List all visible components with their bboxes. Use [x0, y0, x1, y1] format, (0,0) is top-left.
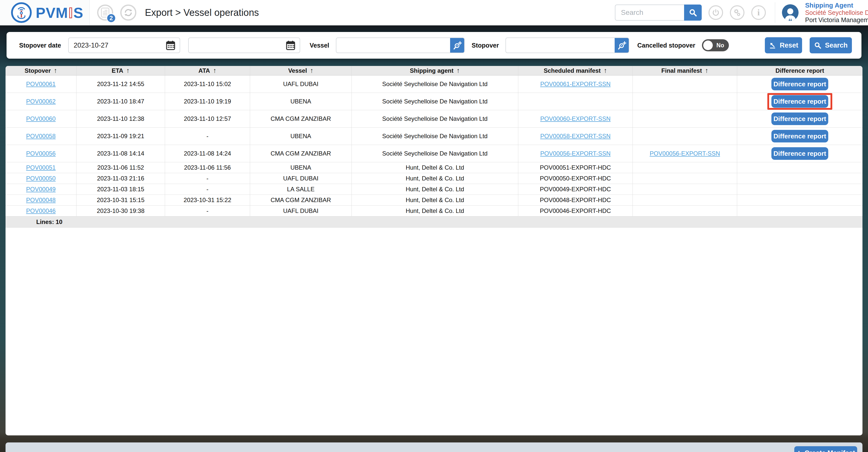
stopover-label: Stopover	[472, 42, 499, 49]
pvmis-logo[interactable]	[11, 2, 32, 23]
shipping-agent-cell: Hunt, Deltel & Co. Ltd	[352, 184, 518, 194]
stopover-date-from-field	[68, 37, 180, 53]
column-header-eta[interactable]: ETA↑	[76, 66, 165, 75]
stopover-link[interactable]: POV00056	[26, 150, 56, 157]
reset-button[interactable]: Reset	[765, 37, 802, 53]
column-header-stopover[interactable]: Stopover↑	[5, 66, 76, 75]
difference-report-button[interactable]: Difference report	[771, 78, 828, 90]
bottom-action-bar: + Create Manifest	[5, 443, 863, 452]
refresh-button[interactable]	[120, 4, 136, 21]
stopover-link[interactable]: POV00051	[26, 164, 56, 171]
ata-cell: -	[165, 173, 250, 184]
ata-cell: 2023-11-08 14:24	[165, 145, 250, 162]
difference-report-button[interactable]: Difference report	[771, 130, 828, 143]
stopover-link[interactable]: POV00048	[26, 197, 56, 204]
stopover-link[interactable]: POV00046	[26, 207, 56, 214]
vessel-cell: UAFL DUBAI	[250, 206, 352, 216]
settings-button[interactable]	[730, 5, 744, 20]
stopover-lookup-button[interactable]	[615, 37, 629, 53]
cancelled-stopover-toggle[interactable]: No	[702, 39, 729, 51]
scheduled-manifest-link[interactable]: POV00056-EXPORT-SSN	[540, 150, 611, 157]
shipping-agent-cell: Société Seychelloise De Navigation Ltd	[352, 110, 518, 127]
calendar-icon[interactable]	[286, 40, 295, 50]
reports-button[interactable]: 2	[97, 4, 113, 21]
column-header-final-manifest[interactable]: Final manifest↑	[633, 66, 737, 75]
create-manifest-button[interactable]: + Create Manifest	[794, 446, 857, 452]
column-header-ata[interactable]: ATA↑	[165, 66, 250, 75]
difference-report-cell	[737, 184, 863, 194]
settings-gears-icon	[733, 8, 741, 17]
filter-bar: Stopover date	[6, 32, 862, 59]
user-info[interactable]: Shipping Agent Société Seychelloise De P…	[805, 2, 868, 24]
vessel-cell: UBENA	[250, 128, 352, 145]
difference-report-button[interactable]: Difference report	[771, 113, 828, 125]
info-button[interactable]: i	[751, 5, 766, 20]
lookup-plus-icon	[618, 41, 626, 50]
logo-section: PVMIS	[0, 0, 90, 25]
column-header-shipping-agent[interactable]: Shipping agent↑	[352, 66, 518, 75]
difference-report-button[interactable]: Difference report	[771, 147, 828, 160]
scheduled-manifest-link[interactable]: POV00061-EXPORT-SSN	[540, 81, 611, 88]
column-header-scheduled-manifest[interactable]: Scheduled manifest↑	[518, 66, 633, 75]
eta-cell: 2023-11-10 18:47	[76, 93, 165, 110]
stopover-date-label: Stopover date	[19, 42, 61, 49]
table-row: POV000482023-10-31 15:152023-10-31 15:22…	[5, 195, 863, 206]
difference-report-cell: Difference report	[737, 145, 863, 162]
user-port: Port Victoria Managem	[805, 17, 868, 24]
stopover-link[interactable]: POV00061	[26, 81, 56, 88]
difference-report-button[interactable]: Difference report	[771, 95, 828, 108]
scheduled-manifest-cell: POV00061-EXPORT-SSN	[518, 76, 633, 93]
difference-report-cell: Difference report	[737, 128, 863, 145]
final-manifest-cell	[633, 128, 737, 145]
user-avatar[interactable]	[782, 4, 799, 21]
search-icon	[814, 41, 822, 49]
stopover-link[interactable]: POV00062	[26, 98, 56, 105]
vessel-cell: CMA CGM ZANZIBAR	[250, 195, 352, 205]
scheduled-manifest-link[interactable]: POV00060-EXPORT-SSN	[540, 115, 611, 122]
user-role: Shipping Agent	[805, 2, 868, 9]
vessel-cell: CMA CGM ZANZIBAR	[250, 110, 352, 127]
vessel-operations-table: Stopover↑ETA↑ATA↑Vessel↑Shipping agent↑S…	[5, 66, 863, 435]
search-icon	[689, 8, 697, 17]
filter-search-button[interactable]: Search	[810, 37, 852, 53]
table-row: POV000492023-11-03 18:15-LA SALLEHunt, D…	[5, 184, 863, 195]
sort-ascending-icon: ↑	[604, 67, 607, 74]
logo-text: PVMIS	[36, 4, 84, 21]
table-body: POV000612023-11-12 14:552023-11-10 15:02…	[5, 76, 863, 216]
cancelled-stopover-label: Cancelled stopover	[637, 42, 695, 49]
stopover-link[interactable]: POV00060	[26, 115, 56, 122]
stopover-cell: POV00062	[5, 93, 76, 110]
search-input[interactable]	[615, 4, 684, 21]
scheduled-manifest-cell: POV00049-EXPORT-HDC	[518, 184, 633, 194]
table-row: POV000502023-11-03 21:16-UAFL DUBAIHunt,…	[5, 173, 863, 184]
shipping-agent-cell: Société Seychelloise De Navigation Ltd	[352, 93, 518, 110]
stopover-cell: POV00050	[5, 173, 76, 184]
difference-report-cell: Difference report	[737, 110, 863, 127]
stopover-cell: POV00048	[5, 195, 76, 205]
ata-cell: 2023-11-10 12:57	[165, 110, 250, 127]
ata-cell: 2023-10-31 15:22	[165, 195, 250, 205]
vessel-lookup-button[interactable]	[450, 37, 465, 53]
vessel-input[interactable]	[336, 41, 451, 49]
table-row: POV000612023-11-12 14:552023-11-10 15:02…	[5, 76, 863, 93]
table-row: POV000582023-11-09 19:21-UBENASociété Se…	[5, 128, 863, 145]
stopover-link[interactable]: POV00050	[26, 175, 56, 182]
stopover-date-from-input[interactable]	[69, 41, 166, 49]
stopover-date-to-input[interactable]	[189, 41, 286, 49]
vessel-cell: LA SALLE	[250, 184, 352, 194]
sort-ascending-icon: ↑	[126, 67, 130, 74]
calendar-icon[interactable]	[166, 40, 175, 50]
stopover-input[interactable]	[506, 41, 615, 49]
ata-cell: 2023-11-06 11:56	[165, 162, 250, 173]
sort-ascending-icon: ↑	[310, 67, 313, 74]
logout-button[interactable]	[709, 5, 723, 20]
stopover-link[interactable]: POV00049	[26, 186, 56, 193]
global-search-button[interactable]	[684, 4, 702, 21]
final-manifest-link[interactable]: POV00056-EXPORT-SSN	[650, 150, 720, 157]
scheduled-manifest-link[interactable]: POV00058-EXPORT-SSN	[540, 132, 611, 140]
stopover-link[interactable]: POV00058	[26, 132, 56, 140]
column-header-vessel[interactable]: Vessel↑	[250, 66, 352, 75]
eta-cell: 2023-10-31 15:15	[76, 195, 165, 205]
shipping-agent-cell: Société Seychelloise De Navigation Ltd	[352, 128, 518, 145]
scheduled-manifest-cell: POV00060-EXPORT-SSN	[518, 110, 633, 127]
